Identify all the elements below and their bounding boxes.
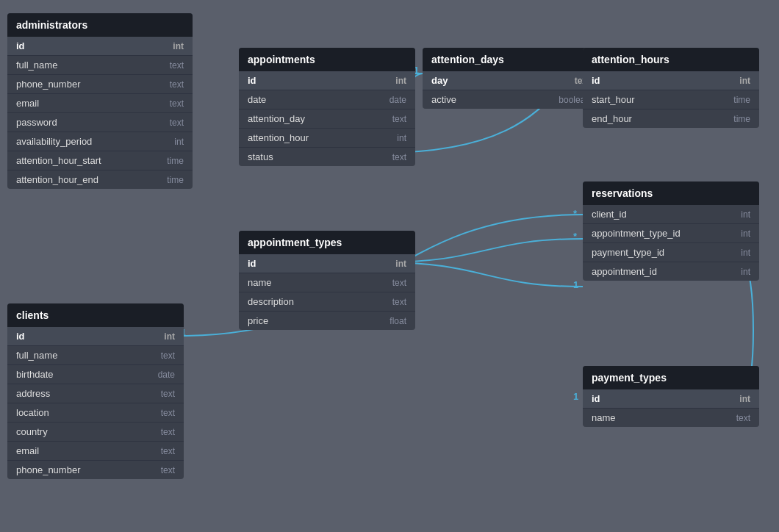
table-row: attention_hour_end time [7, 170, 193, 189]
table-row: email text [7, 94, 193, 113]
table-attention-hours-header: attention_hours [583, 48, 759, 71]
table-row: attention_hour_start time [7, 151, 193, 170]
table-row: attention_day text [239, 109, 415, 129]
table-reservations-header: reservations [583, 181, 759, 205]
table-row: payment_type_id int [583, 243, 759, 262]
table-payment-types: payment_types id int name text [583, 366, 759, 427]
table-attention-hours: attention_hours id int start_hour time e… [583, 48, 759, 128]
table-row: name text [239, 273, 415, 292]
table-row: full_name text [7, 56, 193, 75]
table-row: password text [7, 113, 193, 132]
table-row: birthdate date [7, 365, 184, 384]
table-row: start_hour time [583, 90, 759, 109]
table-appointments-header: appointments [239, 48, 415, 71]
table-clients-header: clients [7, 303, 184, 327]
table-row: location text [7, 403, 184, 423]
table-row: appointment_type_id int [583, 224, 759, 243]
table-row: id int [583, 389, 759, 409]
card-6: * [573, 231, 577, 242]
table-attention-days-header: attention_days [423, 48, 599, 71]
table-row: name text [583, 409, 759, 427]
table-row: day text [423, 71, 599, 90]
table-payment-types-header: payment_types [583, 366, 759, 389]
table-row: status text [239, 148, 415, 166]
table-reservations: reservations client_id int appointment_t… [583, 181, 759, 281]
table-appointment-types-header: appointment_types [239, 231, 415, 254]
table-row: email text [7, 442, 184, 461]
table-attention-days: attention_days day text active boolean [423, 48, 599, 109]
card-9: * [573, 208, 577, 219]
table-row: id int [239, 71, 415, 90]
table-appointment-types: appointment_types id int name text descr… [239, 231, 415, 330]
table-row: appointment_id int [583, 262, 759, 281]
table-row: date date [239, 90, 415, 109]
table-row: full_name text [7, 346, 184, 365]
table-appointments: appointments id int date date attention_… [239, 48, 415, 166]
table-administrators: administrators id int full_name text pho… [7, 13, 193, 189]
table-row: id int [583, 71, 759, 90]
table-row: availability_period int [7, 132, 193, 151]
table-row: id int [7, 327, 184, 346]
table-clients: clients id int full_name text birthdate … [7, 303, 184, 479]
card-7: 1 [573, 279, 578, 290]
table-administrators-header: administrators [7, 13, 193, 37]
table-row: end_hour time [583, 109, 759, 128]
table-row: active boolean [423, 90, 599, 109]
table-row: phone_number text [7, 461, 184, 479]
db-canvas: 1 1 * * 1 * 1 1 * 1 * 1 administrators i… [0, 0, 779, 532]
card-12: 1 [573, 391, 578, 402]
table-row: country text [7, 423, 184, 442]
table-row: id int [7, 37, 193, 56]
table-row: price float [239, 312, 415, 330]
table-row: phone_number text [7, 75, 193, 94]
table-row: address text [7, 384, 184, 403]
table-row: attention_hour int [239, 129, 415, 148]
table-row: client_id int [583, 205, 759, 224]
table-row: id int [239, 254, 415, 273]
table-row: description text [239, 292, 415, 312]
